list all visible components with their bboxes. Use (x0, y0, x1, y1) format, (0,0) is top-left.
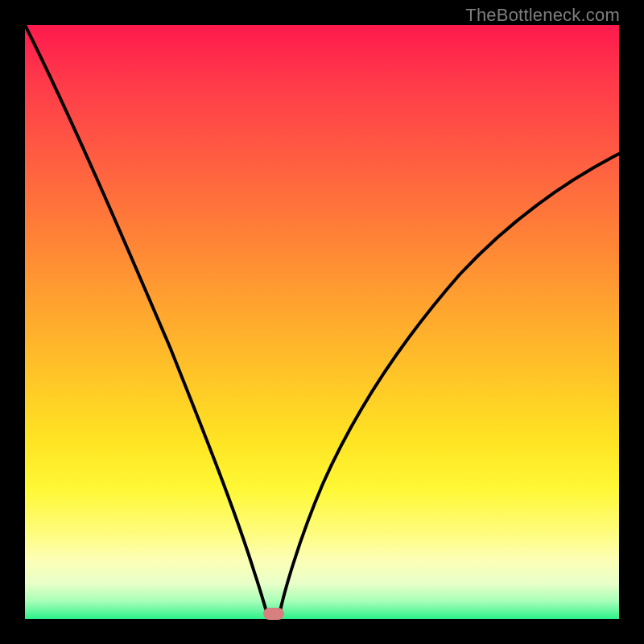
plot-area (25, 25, 619, 619)
curve-right-branch (279, 154, 619, 619)
curve-left-branch (25, 25, 269, 619)
watermark-text: TheBottleneck.com (465, 5, 620, 26)
bottleneck-curve (25, 25, 619, 619)
minimum-marker (263, 608, 284, 620)
chart-frame: TheBottleneck.com (0, 0, 644, 644)
